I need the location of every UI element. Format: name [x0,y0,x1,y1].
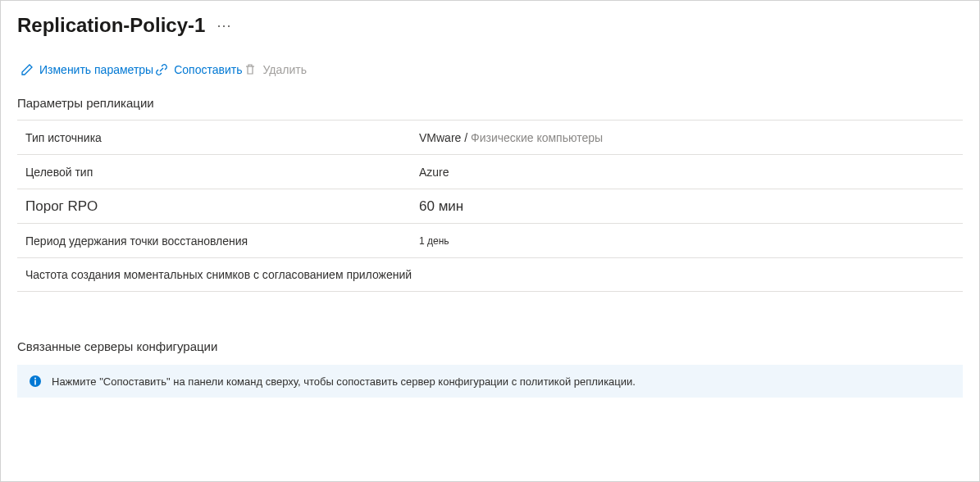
source-type-value-strong: VMware / [419,131,467,144]
snapshot-freq-label: Частота создания моментальных снимков с … [25,268,419,281]
table-row: Порог RPO 60 мин [17,189,963,223]
rpo-threshold-label: Порог RPO [25,198,419,215]
pencil-icon [21,63,34,76]
replication-params-title: Параметры репликации [1,88,979,120]
edit-settings-button[interactable]: Изменить параметры [21,63,153,76]
svg-rect-2 [34,380,36,385]
rpo-threshold-value: 60 мин [419,198,955,215]
table-row: Частота создания моментальных снимков с … [17,257,963,292]
associate-label: Сопоставить [174,63,242,76]
edit-settings-label: Изменить параметры [39,63,153,76]
source-type-label: Тип источника [25,131,419,144]
page-title: Replication-Policy-1 [17,14,205,37]
info-banner: Нажмите "Сопоставить" на панели команд с… [17,365,963,398]
target-type-label: Целевой тип [25,166,419,179]
svg-point-1 [34,378,36,380]
table-row: Целевой тип Azure [17,154,963,189]
link-icon [155,63,168,76]
retention-value: 1 день [419,235,955,247]
retention-label: Период удержания точки восстановления [25,234,419,248]
associate-button[interactable]: Сопоставить [155,63,242,76]
page-header: Replication-Policy-1 ··· [1,1,979,43]
info-text: Нажмите "Сопоставить" на панели команд с… [52,375,636,388]
target-type-value: Azure [419,166,955,179]
delete-button[interactable]: Удалить [244,63,306,76]
table-row: Период удержания точки восстановления 1 … [17,223,963,257]
delete-label: Удалить [262,63,306,76]
overflow-menu-button[interactable]: ··· [217,18,231,33]
info-icon [29,375,42,388]
linked-servers-section: Связанные серверы конфигурации Нажмите "… [1,339,979,398]
command-bar: Изменить параметры Сопоставить Удалить [1,43,979,88]
table-row: Тип источника VMware / Физические компью… [17,120,963,154]
source-type-value: VMware / Физические компьютеры [419,131,955,144]
source-type-value-rest: Физические компьютеры [467,131,603,144]
replication-params-table: Тип источника VMware / Физические компью… [1,120,979,292]
linked-servers-title: Связанные серверы конфигурации [1,339,979,365]
trash-icon [244,63,257,76]
